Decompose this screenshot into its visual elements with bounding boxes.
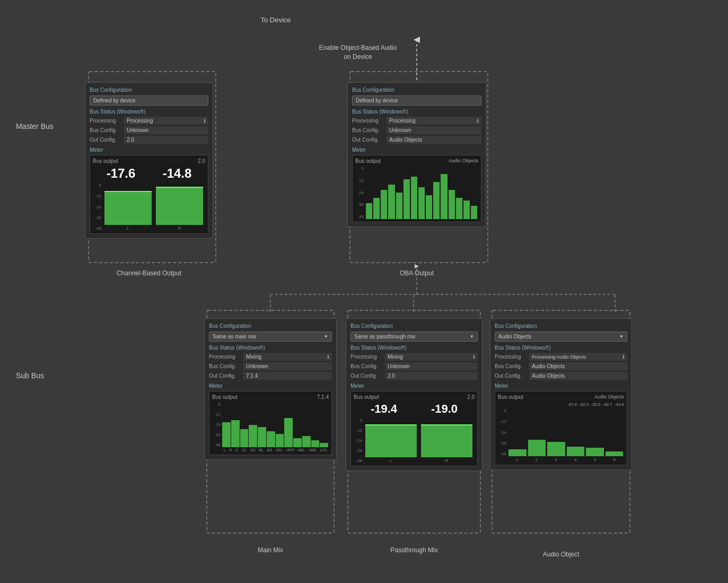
bus-status-title-sr: Bus Status (Windows®) <box>495 345 627 351</box>
sub-left-card-label: Main Mix <box>204 546 337 554</box>
sub-bus-label: Sub Bus <box>16 371 44 380</box>
bus-status-title-sl: Bus Status (Windows®) <box>209 345 332 351</box>
bus-config-title-ml: Bus Configuration <box>90 87 208 93</box>
bus-status-title-sm: Bus Status (Windows®) <box>350 345 478 351</box>
master-right-card: Bus Configuration Defined by device Bus … <box>347 82 486 227</box>
sub-left-card: Bus Configuration Same as main mix ▼ Bus… <box>204 318 337 460</box>
bus-config-title-mr: Bus Configuration <box>352 87 481 93</box>
master-left-card: Bus Configuration Defined by device Bus … <box>85 82 213 239</box>
bus-status-title-ml: Bus Status (Windows®) <box>90 109 208 115</box>
bus-config-dropdown-sl[interactable]: Same as main mix ▼ <box>209 332 332 342</box>
info-icon-sr-proc[interactable]: ℹ <box>622 354 625 360</box>
bus-config-dropdown-sm[interactable]: Same as passthrough mix ▼ <box>350 332 478 342</box>
bus-status-title-mr: Bus Status (Windows®) <box>352 109 481 115</box>
sub-right-card-label: Audio Object <box>490 551 632 558</box>
bus-config-title-sr: Bus Configuration <box>495 323 627 329</box>
bus-config-dropdown-sr[interactable]: Audio Objects ▼ <box>495 332 627 342</box>
sub-middle-card-label: Passthrough Mix <box>346 546 483 554</box>
enable-oba-label: Enable Object-Based Audio on Device <box>305 43 411 62</box>
sub-right-card: Bus Configuration Audio Objects ▼ Bus St… <box>490 318 632 470</box>
sub-middle-card: Bus Configuration Same as passthrough mi… <box>346 318 483 471</box>
info-icon-sm-proc[interactable]: ℹ <box>473 354 475 360</box>
master-bus-label: Master Bus <box>16 122 54 130</box>
master-right-card-label: OBA Output <box>347 269 486 277</box>
info-icon-sl-proc[interactable]: ℹ <box>327 354 329 360</box>
bus-config-dropdown-mr[interactable]: Defined by device <box>352 95 481 106</box>
master-left-card-label: Channel-Based Output <box>85 269 213 277</box>
bus-config-title-sm: Bus Configuration <box>350 323 478 329</box>
bus-config-dropdown-ml[interactable]: Defined by device <box>90 95 208 106</box>
info-icon-mr-proc[interactable]: ℹ <box>477 118 479 124</box>
bus-config-title-sl: Bus Configuration <box>209 323 332 329</box>
info-icon-ml-proc[interactable]: ℹ <box>204 118 206 124</box>
to-device-label: To Device <box>244 16 308 24</box>
